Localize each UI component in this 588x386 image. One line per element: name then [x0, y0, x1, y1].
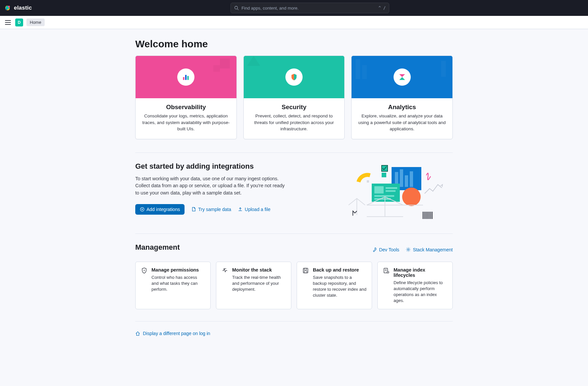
svg-point-43 — [388, 272, 388, 273]
sub-header: D Home — [0, 16, 588, 29]
observability-hero — [136, 56, 236, 98]
try-sample-data-button[interactable]: Try sample data — [191, 207, 231, 212]
svg-point-3 — [235, 6, 238, 9]
svg-point-34 — [408, 249, 409, 250]
search-icon — [234, 6, 239, 10]
svg-point-35 — [144, 270, 145, 271]
home-icon — [135, 331, 140, 336]
svg-rect-37 — [304, 268, 307, 270]
divider — [135, 321, 453, 322]
management-cards-grid: Manage permissions Control who has acces… — [135, 262, 453, 310]
divider — [135, 152, 453, 153]
wrench-icon — [372, 247, 377, 252]
svg-line-4 — [237, 9, 239, 10]
add-integrations-button[interactable]: Add integrations — [135, 204, 185, 215]
integrations-title: Get started by adding integrations — [135, 162, 334, 171]
svg-rect-7 — [188, 76, 189, 80]
save-icon — [302, 267, 309, 274]
svg-rect-21 — [374, 186, 384, 193]
analytics-desc: Explore, visualize, and analyze your dat… — [357, 113, 446, 132]
brand-name: elastic — [14, 5, 32, 11]
svg-rect-17 — [382, 173, 386, 177]
solution-card-security[interactable]: Security Prevent, collect, detect, and r… — [243, 56, 345, 139]
mgmt-backup-title: Back up and restore — [313, 267, 366, 273]
workspace-badge[interactable]: D — [15, 19, 23, 26]
try-sample-data-label: Try sample data — [198, 207, 231, 212]
analytics-title: Analytics — [357, 104, 446, 111]
management-header: Management Dev Tools Stack Management — [135, 243, 453, 256]
elastic-logo[interactable]: elastic — [4, 4, 32, 12]
solution-card-observability[interactable]: Observability Consolidate your logs, met… — [135, 56, 237, 139]
mgmt-card-lifecycle[interactable]: Manage index lifecycles Define lifecycle… — [377, 262, 453, 310]
observability-title: Observability — [142, 104, 231, 111]
security-icon — [285, 68, 303, 86]
integrations-description: To start working with your data, use one… — [135, 175, 287, 197]
security-title: Security — [250, 104, 339, 111]
dev-tools-link[interactable]: Dev Tools — [372, 247, 399, 252]
mgmt-permissions-desc: Control who has access and what tasks th… — [151, 275, 205, 293]
observability-icon — [177, 68, 194, 86]
svg-rect-24 — [374, 195, 394, 197]
dev-tools-label: Dev Tools — [379, 247, 399, 252]
svg-point-2 — [5, 9, 7, 10]
integrations-section: Get started by adding integrations To st… — [135, 162, 453, 222]
document-icon — [191, 207, 196, 212]
analytics-icon — [394, 68, 411, 86]
analytics-hero — [352, 56, 452, 98]
global-search[interactable]: Find apps, content, and more. ^ / — [231, 3, 389, 13]
main-content: Welcome home Observability Consolidate y… — [135, 29, 453, 349]
svg-rect-18 — [367, 180, 369, 183]
svg-rect-5 — [183, 77, 185, 80]
change-home-page-label: Display a different page on log in — [143, 331, 210, 336]
upload-file-button[interactable]: Upload a file — [238, 207, 271, 212]
search-placeholder: Find apps, content, and more. — [241, 6, 299, 11]
security-desc: Prevent, collect, detect, and respond to… — [250, 113, 339, 132]
heartbeat-icon — [222, 267, 228, 274]
stack-management-link[interactable]: Stack Management — [406, 247, 453, 252]
svg-rect-23 — [386, 190, 396, 192]
svg-rect-38 — [304, 271, 307, 273]
svg-rect-14 — [405, 175, 408, 187]
plus-circle-icon — [140, 207, 145, 212]
mgmt-monitor-desc: Track the real-time health and performan… — [232, 275, 286, 293]
add-integrations-label: Add integrations — [147, 207, 180, 212]
svg-rect-36 — [303, 268, 308, 273]
breadcrumb-home[interactable]: Home — [26, 19, 45, 26]
global-header: elastic Find apps, content, and more. ^ … — [0, 0, 588, 16]
management-title: Management — [135, 243, 180, 252]
solution-cards-row: Observability Consolidate your logs, met… — [135, 56, 453, 139]
shield-icon — [141, 267, 147, 274]
mgmt-card-permissions[interactable]: Manage permissions Control who has acces… — [135, 262, 211, 310]
gear-icon — [406, 247, 411, 252]
svg-rect-15 — [410, 171, 413, 187]
mgmt-card-monitor[interactable]: Monitor the stack Track the real-time he… — [216, 262, 291, 310]
mgmt-permissions-title: Manage permissions — [151, 267, 205, 273]
svg-point-1 — [8, 6, 10, 8]
mgmt-backup-desc: Save snapshots to a backup repository, a… — [313, 275, 366, 299]
mgmt-monitor-title: Monitor the stack — [232, 267, 286, 273]
mgmt-lifecycle-desc: Define lifecycle policies to automatical… — [394, 280, 447, 304]
index-settings-icon — [383, 267, 390, 274]
divider — [135, 234, 453, 234]
security-hero — [244, 56, 345, 98]
page-title: Welcome home — [135, 38, 453, 50]
nav-toggle-button[interactable] — [4, 19, 12, 26]
observability-desc: Consolidate your logs, metrics, applicat… — [142, 113, 231, 132]
svg-rect-6 — [185, 75, 187, 80]
svg-point-19 — [402, 188, 421, 206]
svg-rect-13 — [400, 169, 403, 187]
upload-file-label: Upload a file — [245, 207, 271, 212]
elastic-logo-icon — [4, 4, 11, 12]
search-shortcut: ^ / — [378, 6, 386, 10]
mgmt-lifecycle-title: Manage index lifecycles — [394, 267, 447, 278]
change-home-page-link[interactable]: Display a different page on log in — [135, 331, 453, 336]
mgmt-card-backup[interactable]: Back up and restore Save snapshots to a … — [297, 262, 372, 310]
svg-rect-22 — [386, 187, 397, 189]
stack-management-label: Stack Management — [413, 247, 453, 252]
solution-card-analytics[interactable]: Analytics Explore, visualize, and analyz… — [351, 56, 453, 139]
upload-icon — [238, 207, 243, 212]
integrations-illustration — [347, 162, 453, 222]
